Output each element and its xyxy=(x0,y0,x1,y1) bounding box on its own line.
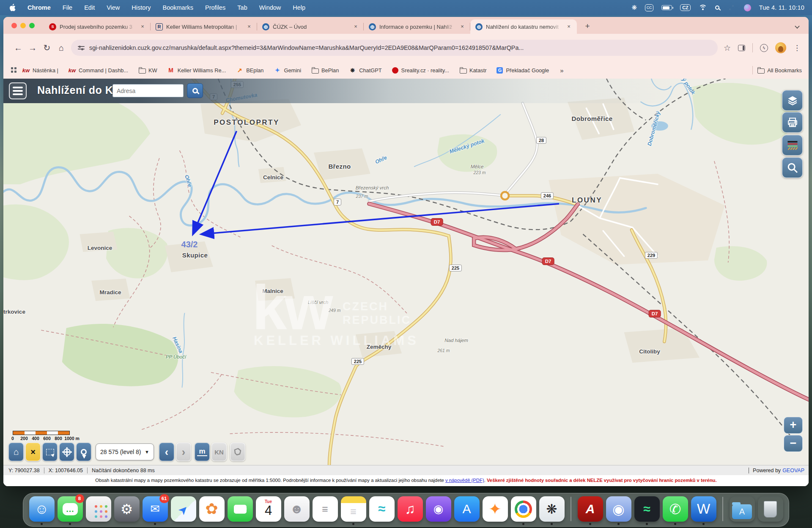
podcasts[interactable]: ◉ xyxy=(426,496,451,525)
zoom-level-dropdown[interactable]: 28 575 (level 8) ▼ xyxy=(96,443,154,460)
menu-item[interactable]: Tab xyxy=(237,4,247,11)
url-text[interactable]: sgi-nahlizenidokn.cuzk.gov.cz/marushka/d… xyxy=(89,44,524,51)
address-bar[interactable]: sgi-nahlizenidokn.cuzk.gov.cz/marushka/d… xyxy=(71,40,718,56)
measure-button[interactable]: m xyxy=(195,443,210,461)
siri-icon[interactable] xyxy=(744,4,751,11)
bookmark-folder-kw[interactable]: KW xyxy=(138,67,157,74)
contacts[interactable]: ☻ xyxy=(284,496,310,525)
menu-item[interactable]: View xyxy=(107,4,120,11)
menu-item[interactable]: File xyxy=(63,4,72,11)
bookmark-keller-williams-re[interactable]: M Keller Williams Re... xyxy=(167,67,226,74)
maps[interactable]: ➤ xyxy=(171,496,196,525)
menubar-clock[interactable]: Tue 4. 11. 10:10 xyxy=(759,4,804,11)
chrome[interactable] xyxy=(511,496,536,525)
window-close-button[interactable] xyxy=(11,23,17,28)
control-center-icon[interactable] xyxy=(727,5,736,11)
bookmark-folder-beplan[interactable]: BePlan xyxy=(311,67,339,74)
tab-nahlizeni-do-katastru[interactable]: ⊕ Nahlížení do katastru nemovit × xyxy=(470,19,577,34)
map-canvas[interactable]: POSTOLOPRTY LOUNY Dobroměřice Březno Cel… xyxy=(3,79,809,465)
tab-close-icon[interactable]: × xyxy=(565,23,573,30)
bookmark-gemini[interactable]: ✦ Gemini xyxy=(274,67,301,74)
zoom-out-button[interactable]: − xyxy=(784,435,803,452)
word[interactable]: W xyxy=(691,496,716,525)
menu-item[interactable]: History xyxy=(132,4,151,11)
chrome-menu-icon[interactable]: ⋮ xyxy=(793,44,801,52)
reload-icon[interactable]: ↻ xyxy=(40,43,54,53)
camera-app[interactable]: ◉ xyxy=(606,496,631,525)
apple-icon[interactable] xyxy=(9,4,16,11)
tab-close-icon[interactable]: × xyxy=(139,23,146,30)
polygon-select-button[interactable] xyxy=(230,443,245,461)
profile-avatar[interactable] xyxy=(775,42,786,53)
chatgpt-status-icon[interactable]: ❋ xyxy=(632,4,637,11)
tab-keller-williams[interactable]: R Keller Williams Metropolitan | × xyxy=(151,19,257,34)
chatgpt[interactable]: ❋ xyxy=(539,496,565,525)
window-zoom-button[interactable] xyxy=(29,23,35,28)
cancel-selection-button[interactable]: × xyxy=(25,443,41,461)
print-button[interactable] xyxy=(782,112,803,133)
bookmark-chatgpt[interactable]: ❋ ChatGPT xyxy=(349,67,381,74)
layers-button[interactable] xyxy=(782,90,803,111)
photos[interactable]: ✿ xyxy=(199,496,225,525)
bookmark-beplan[interactable]: ↗ BEplan xyxy=(236,67,263,74)
notes[interactable]: ≡ xyxy=(341,496,366,525)
kn-info-button[interactable]: KN xyxy=(211,443,227,461)
address-search-button[interactable] xyxy=(187,83,203,98)
dock-separator[interactable] xyxy=(571,497,571,521)
gps-locate-button[interactable] xyxy=(59,443,74,461)
tab-close-icon[interactable]: × xyxy=(352,23,359,30)
input-source-indicator[interactable]: CZ xyxy=(680,4,691,11)
system-settings[interactable]: ⚙ xyxy=(114,496,140,525)
geovap-link[interactable]: GEOVAP xyxy=(782,468,804,473)
menu-item[interactable]: Edit xyxy=(84,4,95,11)
adobe-cc-status-icon[interactable]: CC xyxy=(645,4,653,11)
tab-prodej[interactable]: S Prodej stavebního pozemku 3 × xyxy=(44,19,151,34)
map-search-button[interactable] xyxy=(782,157,803,178)
tab-search-chevron-icon[interactable] xyxy=(793,22,802,30)
menu-item[interactable]: Help xyxy=(293,4,305,11)
back-icon[interactable]: ← xyxy=(11,43,25,53)
address-search-input[interactable] xyxy=(112,84,184,97)
tab-close-icon[interactable]: × xyxy=(458,23,466,30)
home-view-button[interactable]: ⌂ xyxy=(8,443,24,461)
zoom-in-button[interactable]: + xyxy=(784,417,803,434)
bookmark-nastenka[interactable]: kw Nástěnka | xyxy=(22,67,58,74)
trash[interactable] xyxy=(758,496,783,525)
battery-icon[interactable] xyxy=(661,5,672,10)
tab-close-icon[interactable]: × xyxy=(245,23,253,30)
reminders[interactable]: ≡ xyxy=(313,496,338,525)
mail[interactable]: 61 ✉ xyxy=(143,496,168,525)
menu-item[interactable]: Chrome xyxy=(27,4,51,11)
messages[interactable]: 8 … xyxy=(58,496,83,525)
applications-folder[interactable]: A xyxy=(730,496,755,525)
tab-cuzk-uvod[interactable]: ⊕ ČÚZK – Úvod × xyxy=(257,19,364,34)
monitor-app[interactable]: ≈ xyxy=(634,496,660,525)
acrobat[interactable]: A xyxy=(578,496,603,525)
app-store[interactable]: A xyxy=(454,496,480,525)
music[interactable]: ♫ xyxy=(398,496,423,525)
calendar[interactable]: Tue 4 xyxy=(256,496,281,525)
freeform[interactable]: ≈ xyxy=(369,496,395,525)
area-select-button[interactable] xyxy=(42,443,58,461)
site-settings-icon[interactable] xyxy=(78,45,85,50)
apps-grid-icon[interactable] xyxy=(13,69,16,72)
dock-separator[interactable] xyxy=(722,497,723,521)
bookmarks-overflow-chevron[interactable]: » xyxy=(560,67,563,74)
bookmark-folder-katastr[interactable]: Katastr xyxy=(459,67,487,74)
spotlight-icon[interactable] xyxy=(715,5,719,10)
star-app[interactable]: ✦ xyxy=(483,496,508,525)
launchpad[interactable] xyxy=(86,496,111,525)
side-panel-icon[interactable] xyxy=(738,45,745,51)
performance-icon[interactable]: ϟ xyxy=(760,44,768,52)
previous-view-button[interactable]: ‹ xyxy=(159,443,174,461)
all-bookmarks-button[interactable]: All Bookmarks xyxy=(757,67,802,74)
new-tab-button[interactable]: + xyxy=(582,21,593,32)
home-icon[interactable]: ⌂ xyxy=(54,43,69,53)
menu-item[interactable]: Profiles xyxy=(205,4,225,11)
bookmark-prekladac[interactable]: G Překladač Google xyxy=(497,67,549,74)
bookmark-sreality[interactable]: Sreality.cz · reality... xyxy=(392,67,449,74)
legend-button[interactable] xyxy=(782,135,803,156)
whatsapp[interactable]: ✆ xyxy=(663,496,688,525)
pin-button[interactable] xyxy=(76,443,91,461)
wifi-icon[interactable] xyxy=(699,5,707,11)
